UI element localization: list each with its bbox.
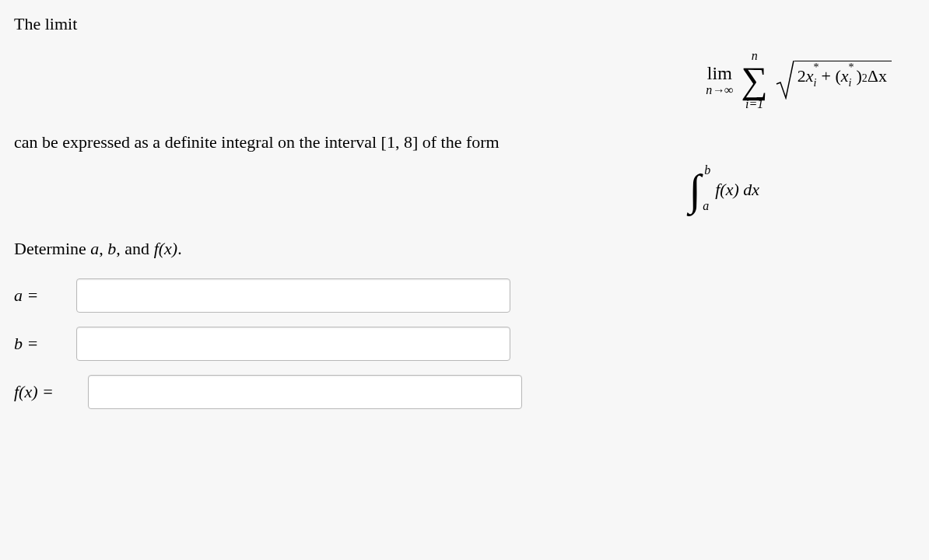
fx-label: f(x) = [14,382,88,402]
integral-symbol: ∫ [689,168,701,212]
sqrt-symbol [776,61,794,100]
sigma-symbol: ∑ [741,65,768,95]
b-label: b = [14,334,76,354]
lim-subscript: n→∞ [706,84,733,96]
determine-prompt: Determine a, b, and f(x). [14,239,915,259]
b-input[interactable] [76,327,510,361]
limit-formula: lim n→∞ n ∑ i=1 2 x * i + ( [14,50,915,110]
integral-upper: b [704,163,710,177]
fx-input[interactable] [88,375,522,409]
integral-lower: a [703,199,709,213]
integral-formula: b ∫ a f(x) dx [14,168,915,212]
description-text: can be expressed as a definite integral … [14,132,915,152]
a-label: a = [14,285,76,306]
integral-expression: f(x) dx [715,180,759,200]
a-input[interactable] [76,278,510,313]
sum-lower-limit: i=1 [745,98,763,110]
intro-text: The limit [14,14,915,34]
lim-word: lim [707,64,732,82]
sqrt-content: 2 x * i + ( x * i ) 2 Δx [794,61,892,88]
